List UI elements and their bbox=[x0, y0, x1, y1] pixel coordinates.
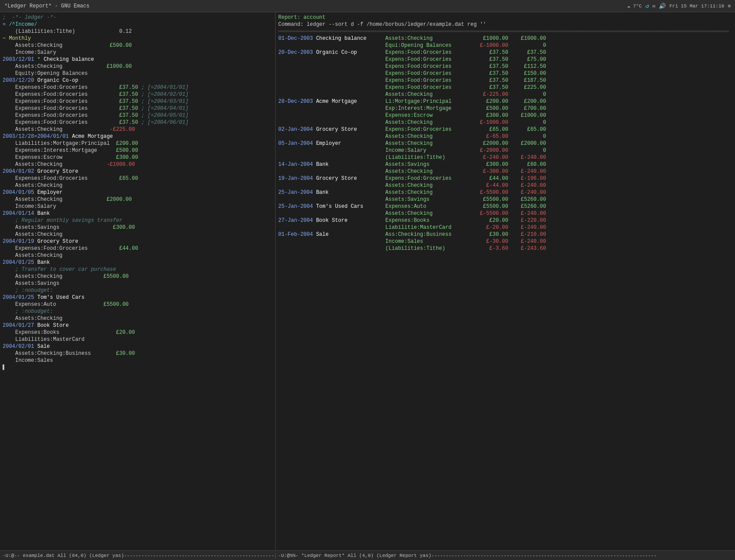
report-header-2: Command: ledger --sort d -f /home/borbus… bbox=[278, 21, 732, 28]
report-row-0: 01-Dec-2003 Checking balance Assets:Chec… bbox=[278, 35, 732, 42]
main-content: ; -*- ledger -*-= /^Income/ (Liabilities… bbox=[0, 12, 735, 550]
left-line-62: Income:Sales bbox=[3, 357, 273, 364]
left-line-11: Equity:Opening Balances bbox=[3, 70, 273, 77]
right-pane[interactable]: Report: account Command: ledger --sort d… bbox=[276, 12, 735, 550]
left-line-9: 2003/12/01 * Checking balance bbox=[3, 56, 273, 63]
report-row-18: 14-Jan-2004 Bank Assets:Savings £300.00 … bbox=[278, 161, 732, 168]
left-line-14: Expenses:Food:Groceries £37.50 ; [=2004/… bbox=[3, 84, 273, 91]
left-line-24: Expenses:Interest:Mortgage £500.00 bbox=[3, 147, 273, 154]
report-row-11: Expenses:Escrow £300.00 £1000.00 bbox=[278, 112, 732, 119]
left-line-39: Assets:Checking bbox=[3, 231, 273, 238]
email-icon[interactable]: ✉ bbox=[652, 3, 655, 9]
left-line-2: = /^Income/ bbox=[3, 21, 273, 28]
left-line-15: Expenses:Food:Groceries £37.50 ; [=2004/… bbox=[3, 91, 273, 98]
left-line-45: 2004/01/25 Bank bbox=[3, 259, 273, 266]
left-pane-content: ; -*- ledger -*-= /^Income/ (Liabilities… bbox=[3, 14, 273, 371]
datetime-display: Fri 15 Mar 17:11:19 bbox=[669, 4, 724, 9]
left-line-33: Assets:Checking £2000.00 bbox=[3, 196, 273, 203]
report-header-1: Report: account bbox=[278, 14, 732, 21]
report-row-28: 01-Feb-2004 Sale Ass:Checking:Business £… bbox=[278, 231, 732, 238]
left-line-7: Income:Salary bbox=[3, 49, 273, 56]
titlebar-title: *Ledger Report* - GNU Emacs bbox=[4, 3, 89, 9]
report-entries: 01-Dec-2003 Checking balance Assets:Chec… bbox=[278, 35, 732, 252]
left-line-23: Liabilities:Mortgage:Principal £200.00 bbox=[3, 140, 273, 147]
left-line-42: Expenses:Food:Groceries £44.00 bbox=[3, 245, 273, 252]
left-line-48: Assets:Savings bbox=[3, 280, 273, 287]
report-row-21: Assets:Checking £-44.00 £-240.00 bbox=[278, 182, 732, 189]
report-row-4: Expens:Food:Groceries £37.50 £112.50 bbox=[278, 63, 732, 70]
report-row-24: 25-Jan-2004 Tom's Used Cars Expenses:Aut… bbox=[278, 203, 732, 210]
left-line-52: Expenses:Auto £5500.00 bbox=[3, 301, 273, 308]
report-row-9: 28-Dec-2003 Acme Mortgage Li:Mortgage:Pr… bbox=[278, 98, 732, 105]
left-line-32: 2004/01/05 Employer bbox=[3, 189, 273, 196]
left-line-38: Assets:Savings £300.00 bbox=[3, 224, 273, 231]
left-line-18: Expenses:Food:Groceries £37.50 ; [=2004/… bbox=[3, 112, 273, 119]
left-line-54: Assets:Checking bbox=[3, 315, 273, 322]
left-line-57: Expenses:Books £20.00 bbox=[3, 329, 273, 336]
left-line-46: ; Transfer to cover car purchase bbox=[3, 266, 273, 273]
report-row-1: Equi:Opening Balances £-1000.00 0 bbox=[278, 42, 732, 49]
report-row-13: 02-Jan-2004 Grocery Store Expens:Food:Gr… bbox=[278, 126, 732, 133]
report-separator: ════════════════════════════════════════… bbox=[278, 28, 732, 35]
left-line-51: 2004/01/25 Tom's Used Cars bbox=[3, 294, 273, 301]
report-row-7: Expens:Food:Groceries £37.50 £225.00 bbox=[278, 84, 732, 91]
left-line-61: Assets:Checking:Business £30.00 bbox=[3, 350, 273, 357]
report-row-22: 25-Jan-2004 Bank Assets:Checking £-5500.… bbox=[278, 189, 732, 196]
left-line-58: Liabilities:MasterCard bbox=[3, 336, 273, 343]
report-row-29: Income:Sales £-30.00 £-240.00 bbox=[278, 238, 732, 245]
left-line-22: 2003/12/28=2004/01/01 Acme Mortgage bbox=[3, 133, 273, 140]
left-line-41: 2004/01/19 Grocery Store bbox=[3, 238, 273, 245]
report-row-30: (Liabilities:Tithe) £-3.60 £-243.60 bbox=[278, 245, 732, 252]
left-line-30: Assets:Checking bbox=[3, 182, 273, 189]
left-line-53: ; :nobudget: bbox=[3, 308, 273, 315]
report-row-10: Exp:Interest:Mortgage £500.00 £700.00 bbox=[278, 105, 732, 112]
report-row-16: Income:Salary £-2000.00 0 bbox=[278, 147, 732, 154]
left-line-26: Assets:Checking -£1000.00 bbox=[3, 161, 273, 168]
left-line-28: 2004/01/02 Grocery Store bbox=[3, 168, 273, 175]
left-line-16: Expenses:Food:Groceries £37.50 ; [=2004/… bbox=[3, 98, 273, 105]
left-line-13: 2003/12/20 Organic Co-op bbox=[3, 77, 273, 84]
left-line-43: Assets:Checking bbox=[3, 252, 273, 259]
report-row-25: Assets:Checking £-5500.00 £-240.00 bbox=[278, 210, 732, 217]
report-row-19: Assets:Checking £-300.00 £-240.00 bbox=[278, 168, 732, 175]
report-row-12: Assets:Checking £-1000.00 0 bbox=[278, 119, 732, 126]
titlebar: *Ledger Report* - GNU Emacs ☁ 7°C ↺ ✉ 🔊 … bbox=[0, 0, 735, 12]
left-line-10: Assets:Checking £1000.00 bbox=[3, 63, 273, 70]
report-row-8: Assets:Checking £-225.00 0 bbox=[278, 91, 732, 98]
statusbar: -U:@-- example.dat All (64,0) (Ledger ya… bbox=[0, 550, 735, 560]
report-row-14: Assets:Checking £-65.00 0 bbox=[278, 133, 732, 140]
left-line-60: 2004/02/01 Sale bbox=[3, 343, 273, 350]
left-line-17: Expenses:Food:Groceries £37.50 ; [=2004/… bbox=[3, 105, 273, 112]
audio-icon: 🔊 bbox=[659, 3, 666, 10]
left-line-47: Assets:Checking £5500.00 bbox=[3, 273, 273, 280]
left-line-37: ; Regular monthly savings transfer bbox=[3, 217, 273, 224]
left-line-49: ; :nobudget: bbox=[3, 287, 273, 294]
report-row-2: 20-Dec-2003 Organic Co-op Expens:Food:Gr… bbox=[278, 49, 732, 56]
left-line-3: (Liabilities:Tithe) 0.12 bbox=[3, 28, 273, 35]
left-line-20: Assets:Checking -£225.00 bbox=[3, 126, 273, 133]
report-row-3: Expens:Food:Groceries £37.50 £75.00 bbox=[278, 56, 732, 63]
left-line-34: Income:Salary bbox=[3, 203, 273, 210]
left-line-19: Expenses:Food:Groceries £37.50 ; [=2004/… bbox=[3, 119, 273, 126]
left-pane[interactable]: ; -*- ledger -*-= /^Income/ (Liabilities… bbox=[0, 12, 276, 550]
report-row-23: Assets:Savings £5500.00 £5260.00 bbox=[278, 196, 732, 203]
weather-display: ☁ 7°C bbox=[627, 3, 642, 9]
left-line-56: 2004/01/27 Book Store bbox=[3, 322, 273, 329]
report-row-20: 19-Jan-2004 Grocery Store Expens:Food:Gr… bbox=[278, 175, 732, 182]
report-row-15: 05-Jan-2004 Employer Assets:Checking £20… bbox=[278, 140, 732, 147]
left-line-6: Assets:Checking £500.00 bbox=[3, 42, 273, 49]
settings-icon[interactable]: ⚙ bbox=[728, 3, 731, 9]
left-line-25: Expenses:Escrow £300.00 bbox=[3, 154, 273, 161]
reload-icon[interactable]: ↺ bbox=[645, 2, 649, 10]
status-left: -U:@-- example.dat All (64,0) (Ledger ya… bbox=[0, 553, 276, 558]
left-line-36: 2004/01/14 Bank bbox=[3, 210, 273, 217]
titlebar-right: ☁ 7°C ↺ ✉ 🔊 Fri 15 Mar 17:11:19 ⚙ bbox=[627, 2, 731, 10]
report-row-5: Expens:Food:Groceries £37.50 £150.00 bbox=[278, 70, 732, 77]
left-line-63: ▌ bbox=[3, 364, 273, 371]
left-line-5: ~ Monthly bbox=[3, 35, 273, 42]
report-row-27: Liabilitie:MasterCard £-20.00 £-240.00 bbox=[278, 224, 732, 231]
left-line-29: Expenses:Food:Groceries £65.00 bbox=[3, 175, 273, 182]
report-row-17: (Liabilities:Tithe) £-240.00 £-240.00 bbox=[278, 154, 732, 161]
report-row-26: 27-Jan-2004 Book Store Expenses:Books £2… bbox=[278, 217, 732, 224]
status-right: -U:@%%- *Ledger Report* All (4,0) (Ledge… bbox=[276, 553, 735, 558]
